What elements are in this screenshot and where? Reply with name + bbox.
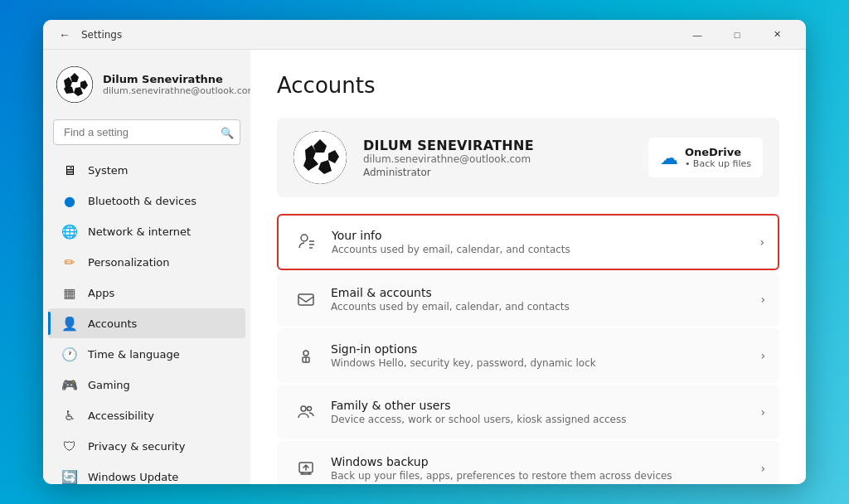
sidebar-item-label: Windows Update	[88, 471, 178, 483]
settings-list: Your info Accounts used by email, calend…	[277, 214, 779, 484]
sidebar-item-label: Accessibility	[88, 410, 154, 422]
svg-point-13	[301, 235, 308, 241]
sidebar-item-label: Accounts	[88, 317, 137, 330]
settings-item-email-accounts[interactable]: Email & accounts Accounts used by email,…	[277, 272, 779, 327]
close-button[interactable]: ✕	[758, 20, 796, 50]
bluetooth-icon: ●	[61, 192, 78, 209]
accounts-icon: 👤	[61, 315, 78, 332]
account-info: DILUM SENEVIRATHNE dilum.senevirathne@ou…	[363, 138, 632, 178]
onedrive-icon: ☁	[660, 148, 678, 168]
email-accounts-content: Email & accounts Accounts used by email,…	[331, 286, 760, 313]
update-icon: 🔄	[61, 468, 78, 484]
sidebar-item-gaming[interactable]: 🎮 Gaming	[48, 370, 245, 400]
account-avatar	[294, 131, 347, 184]
chevron-right-icon: ›	[760, 349, 765, 362]
search-box: 🔍	[53, 119, 240, 145]
settings-item-backup[interactable]: Windows backup Back up your files, apps,…	[277, 441, 779, 484]
svg-point-21	[301, 406, 306, 411]
sidebar-item-label: Apps	[88, 287, 114, 299]
personalization-icon: ✏️	[61, 254, 78, 270]
sidebar-item-accessibility[interactable]: ♿ Accessibility	[48, 400, 245, 430]
nav-list: 🖥 System ● Bluetooth & devices 🌐 Network…	[43, 155, 250, 484]
account-role: Administrator	[363, 167, 632, 178]
content-area: Dilum Senevirathne dilum.senevirathne@ou…	[43, 50, 806, 484]
window-title: Settings	[81, 29, 678, 41]
onedrive-badge[interactable]: ☁ OneDrive • Back up files	[648, 138, 763, 177]
account-header-card: DILUM SENEVIRATHNE dilum.senevirathne@ou…	[277, 118, 779, 197]
onedrive-label: OneDrive	[685, 146, 751, 158]
your-info-content: Your info Accounts used by email, calend…	[332, 229, 759, 255]
settings-item-family[interactable]: Family & other users Device access, work…	[277, 385, 779, 439]
accessibility-icon: ♿	[61, 407, 78, 424]
email-accounts-desc: Accounts used by email, calendar, and co…	[331, 301, 760, 313]
signin-content: Sign-in options Windows Hello, security …	[331, 342, 760, 369]
sidebar-user-name: Dilum Senevirathne	[103, 73, 250, 85]
back-button[interactable]: ←	[53, 23, 76, 46]
backup-content: Windows backup Back up your files, apps,…	[331, 455, 760, 482]
account-display-name: DILUM SENEVIRATHNE	[363, 138, 632, 153]
sidebar-item-label: Privacy & security	[88, 440, 185, 453]
signin-desc: Windows Hello, security key, password, d…	[331, 357, 760, 369]
svg-point-22	[308, 407, 312, 411]
settings-window: ← Settings — □ ✕	[43, 20, 806, 484]
minimize-button[interactable]: —	[678, 20, 716, 50]
sidebar-item-update[interactable]: 🔄 Windows Update	[48, 462, 245, 484]
family-title: Family & other users	[331, 399, 760, 412]
family-content: Family & other users Device access, work…	[331, 399, 760, 425]
title-bar: ← Settings — □ ✕	[43, 20, 806, 50]
your-info-title: Your info	[332, 229, 759, 242]
backup-icon	[291, 453, 321, 483]
main-content: Accounts DILUM SENEVIRATHNE dilum.sene	[250, 50, 806, 484]
privacy-icon: 🛡	[61, 438, 78, 454]
sidebar-item-apps[interactable]: ▦ Apps	[48, 278, 245, 308]
family-desc: Device access, work or school users, kio…	[331, 414, 760, 425]
sidebar-item-label: System	[88, 164, 128, 177]
maximize-button[interactable]: □	[718, 20, 756, 50]
search-input[interactable]	[53, 119, 240, 145]
chevron-right-icon: ›	[760, 293, 765, 306]
sidebar-item-label: Bluetooth & devices	[88, 195, 196, 207]
sidebar-item-personalization[interactable]: ✏️ Personalization	[48, 247, 245, 277]
svg-point-18	[303, 351, 308, 356]
email-accounts-title: Email & accounts	[331, 286, 760, 299]
gaming-icon: 🎮	[61, 376, 78, 393]
apps-icon: ▦	[61, 284, 78, 301]
sidebar-item-label: Network & internet	[88, 225, 191, 238]
sidebar-user-info: Dilum Senevirathne dilum.senevirathne@ou…	[103, 73, 250, 96]
window-controls: — □ ✕	[678, 20, 796, 50]
chevron-right-icon: ›	[760, 405, 765, 419]
settings-item-your-info[interactable]: Your info Accounts used by email, calend…	[277, 214, 779, 270]
settings-item-signin[interactable]: Sign-in options Windows Hello, security …	[277, 328, 779, 383]
onedrive-sub: • Back up files	[685, 158, 751, 169]
sidebar-user-profile: Dilum Senevirathne dilum.senevirathne@ou…	[43, 56, 250, 113]
sidebar-item-time[interactable]: 🕐 Time & language	[48, 339, 245, 369]
email-accounts-icon	[291, 284, 321, 314]
signin-icon	[291, 341, 321, 371]
your-info-desc: Accounts used by email, calendar, and co…	[332, 244, 759, 255]
search-icon[interactable]: 🔍	[221, 126, 234, 138]
system-icon: 🖥	[61, 162, 78, 178]
sidebar-item-accounts[interactable]: 👤 Accounts	[48, 308, 245, 338]
your-info-icon	[292, 227, 322, 257]
chevron-right-icon: ›	[760, 462, 765, 475]
backup-title: Windows backup	[331, 455, 760, 468]
time-icon: 🕐	[61, 346, 78, 362]
sidebar-item-label: Personalization	[88, 256, 170, 269]
backup-desc: Back up your files, apps, preferences to…	[331, 470, 760, 482]
onedrive-info: OneDrive • Back up files	[685, 146, 751, 169]
sidebar-item-system[interactable]: 🖥 System	[48, 155, 245, 185]
account-email: dilum.senevirathne@outlook.com	[363, 153, 632, 165]
family-icon	[291, 397, 321, 427]
avatar	[56, 66, 93, 103]
sidebar-item-network[interactable]: 🌐 Network & internet	[48, 216, 245, 246]
signin-title: Sign-in options	[331, 342, 760, 356]
chevron-right-icon: ›	[759, 235, 764, 249]
sidebar-item-label: Time & language	[88, 348, 180, 361]
sidebar: Dilum Senevirathne dilum.senevirathne@ou…	[43, 50, 250, 484]
sidebar-item-bluetooth[interactable]: ● Bluetooth & devices	[48, 186, 245, 216]
svg-point-7	[294, 131, 347, 184]
page-title: Accounts	[277, 73, 779, 98]
sidebar-item-privacy[interactable]: 🛡 Privacy & security	[48, 431, 245, 461]
sidebar-user-email: dilum.senevirathne@outlook.com	[103, 85, 250, 96]
sidebar-item-label: Gaming	[88, 379, 130, 391]
